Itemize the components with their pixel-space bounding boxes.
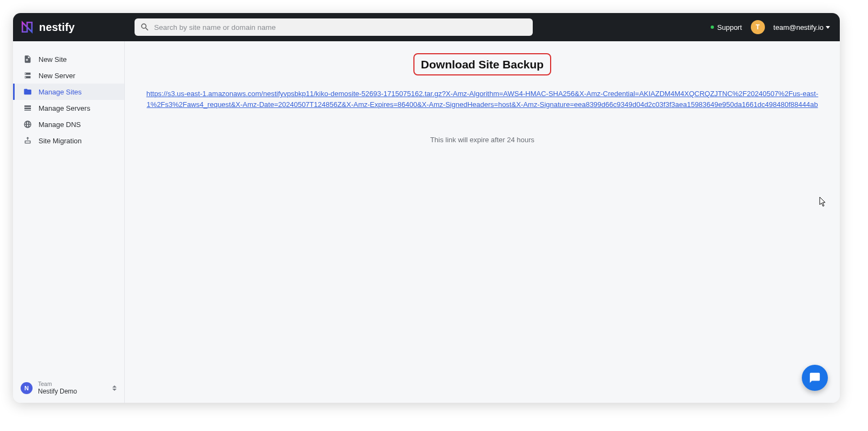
- chevron-down-icon: [826, 26, 830, 29]
- team-label: Team: [38, 381, 77, 388]
- sidebar-item-label: Manage Sites: [39, 88, 82, 96]
- sidebar-item-label: Manage Servers: [39, 104, 90, 112]
- team-name: Nestify Demo: [38, 388, 77, 395]
- folder-icon: [23, 87, 32, 96]
- app-frame: nestify Support T team@nestify.io: [13, 13, 840, 403]
- sidebar: New Site New Server Manage Sites Manage …: [13, 41, 125, 403]
- expiry-note: This link will expire after 24 hours: [140, 136, 825, 144]
- cursor-icon: [819, 197, 827, 207]
- server-icon: [23, 71, 32, 80]
- sidebar-item-new-server[interactable]: New Server: [13, 67, 124, 84]
- sidebar-item-manage-servers[interactable]: Manage Servers: [13, 100, 124, 116]
- nav-list: New Site New Server Manage Sites Manage …: [13, 51, 124, 149]
- sidebar-item-label: New Site: [39, 55, 67, 64]
- migration-icon: [23, 136, 32, 145]
- app-body: New Site New Server Manage Sites Manage …: [13, 41, 840, 403]
- chat-icon: [809, 372, 821, 384]
- main-content: Download Site Backup https://s3.us-east-…: [125, 41, 840, 403]
- top-header: nestify Support T team@nestify.io: [13, 13, 840, 41]
- sidebar-item-manage-sites[interactable]: Manage Sites: [13, 84, 124, 100]
- page-title: Download Site Backup: [420, 58, 545, 71]
- brand-logo[interactable]: nestify: [20, 20, 75, 35]
- support-label: Support: [717, 23, 742, 31]
- sidebar-item-new-site[interactable]: New Site: [13, 51, 124, 67]
- sidebar-item-manage-dns[interactable]: Manage DNS: [13, 116, 124, 132]
- sidebar-item-label: Manage DNS: [39, 121, 81, 129]
- team-avatar: N: [21, 382, 33, 394]
- sidebar-item-label: New Server: [39, 72, 75, 80]
- nestify-logo-icon: [20, 20, 35, 35]
- brand-name: nestify: [39, 21, 75, 34]
- user-avatar[interactable]: T: [751, 20, 765, 34]
- sidebar-item-label: Site Migration: [39, 137, 81, 145]
- globe-icon: [23, 120, 32, 129]
- user-email-text: team@nestify.io: [774, 23, 824, 31]
- backup-download-link[interactable]: https://s3.us-east-1.amazonaws.com/nesti…: [140, 88, 825, 110]
- search-box[interactable]: [135, 18, 533, 36]
- avatar-letter: T: [756, 23, 760, 31]
- status-dot-icon: [711, 26, 714, 29]
- search-icon: [140, 22, 150, 32]
- team-switcher[interactable]: N Team Nestify Demo: [13, 375, 124, 403]
- page-title-highlight: Download Site Backup: [413, 53, 551, 75]
- chat-button[interactable]: [802, 365, 828, 391]
- team-meta: Team Nestify Demo: [38, 381, 77, 395]
- search-input[interactable]: [154, 23, 527, 31]
- file-plus-icon: [23, 55, 32, 64]
- sidebar-item-site-migration[interactable]: Site Migration: [13, 132, 124, 149]
- user-menu[interactable]: team@nestify.io: [774, 23, 830, 31]
- header-right: Support T team@nestify.io: [711, 20, 830, 34]
- updown-chevron-icon: [112, 385, 117, 391]
- support-link[interactable]: Support: [711, 23, 742, 31]
- servers-icon: [23, 104, 32, 112]
